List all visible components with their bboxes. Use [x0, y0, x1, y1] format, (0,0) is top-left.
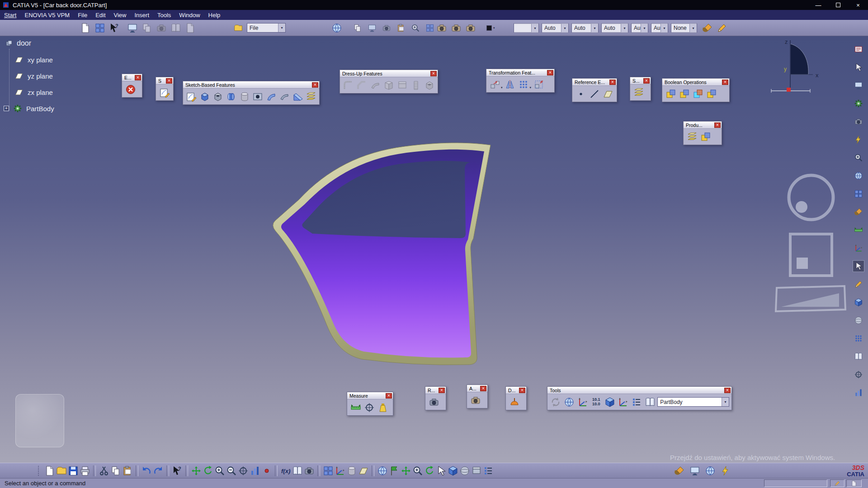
pointer-tool-icon[interactable] [853, 260, 864, 272]
pan-icon[interactable] [400, 465, 412, 477]
tree-root-door[interactable]: door [5, 39, 31, 47]
update-flag-icon[interactable] [261, 465, 273, 477]
power-input-field[interactable] [764, 479, 827, 487]
save-icon[interactable] [67, 465, 79, 477]
pattern-icon[interactable] [518, 78, 530, 90]
ruler-icon[interactable] [853, 224, 864, 236]
groove-icon[interactable] [239, 90, 250, 103]
assemble-icon[interactable] [665, 88, 677, 100]
zoom-in-icon[interactable] [214, 465, 226, 477]
grid-icon[interactable] [853, 188, 864, 200]
close-icon[interactable]: × [439, 388, 445, 393]
in-work-object-combo[interactable]: PartBody ▾ [657, 397, 729, 407]
send-to-icon[interactable] [80, 22, 91, 34]
close-button[interactable]: × [848, 0, 868, 10]
zoom-area-icon[interactable] [412, 465, 424, 477]
globe-icon[interactable] [853, 170, 864, 182]
point-type-combo[interactable]: Auto▾ [601, 23, 628, 33]
scaling-icon[interactable] [533, 78, 545, 90]
toolbar-render[interactable]: R...× [425, 386, 446, 410]
print-icon[interactable] [79, 465, 91, 477]
user-feature-icon[interactable] [699, 131, 712, 143]
render-style-combo[interactable]: Au▾ [631, 23, 648, 33]
specs-overview-icon[interactable] [482, 465, 494, 477]
formula-icon[interactable] [280, 465, 292, 477]
album-browser-icon[interactable] [170, 22, 182, 34]
close-icon[interactable]: × [312, 82, 318, 88]
toolbar-animation[interactable]: A...× [467, 385, 488, 408]
cylinder-icon[interactable] [346, 465, 358, 477]
whats-this-icon[interactable] [108, 22, 120, 34]
draft-analysis-icon[interactable] [508, 396, 520, 408]
positioned-sketch-icon[interactable] [185, 90, 197, 103]
chart-icon[interactable] [853, 387, 864, 399]
chevron-down-icon[interactable]: ▾ [660, 23, 668, 32]
paste-special-icon[interactable] [395, 22, 407, 34]
close-icon[interactable]: × [480, 386, 486, 391]
layer-combo[interactable]: Au▾ [651, 23, 668, 33]
close-icon[interactable]: × [722, 80, 728, 85]
grid-icon[interactable] [322, 465, 334, 477]
fit-all-in-icon[interactable] [190, 465, 202, 477]
photo-album-icon[interactable] [156, 22, 167, 34]
slot-icon[interactable] [278, 90, 290, 103]
chevron-down-icon[interactable]: ▾ [591, 23, 598, 32]
catalog-icon[interactable] [853, 351, 864, 362]
line-color-combo[interactable]: ▾ [514, 23, 539, 33]
menu-edit[interactable]: Edit [91, 12, 109, 19]
surfaces-icon[interactable] [632, 86, 645, 99]
translation-icon[interactable] [489, 78, 501, 90]
toolbar-boolean-operations[interactable]: Boolean Operations× [662, 78, 730, 102]
3d-viewport[interactable]: door xy plane yz plane zx plane + PartBo… [0, 36, 868, 463]
iso-view-icon[interactable] [447, 465, 459, 477]
tree-item-zx-plane[interactable]: zx plane [14, 88, 53, 97]
remove-face-icon[interactable] [423, 79, 435, 91]
sketcher-icon[interactable] [158, 86, 170, 99]
mean-dimensions-icon[interactable]: 10.110.0 [590, 396, 602, 408]
thickness-icon[interactable] [396, 79, 408, 91]
compass[interactable]: z y x [769, 38, 836, 110]
update-all-icon[interactable] [550, 396, 562, 408]
close-icon[interactable]: × [714, 122, 721, 128]
shell-icon[interactable] [383, 79, 395, 91]
translator-icon[interactable] [704, 465, 716, 477]
render-camera-icon[interactable] [428, 396, 440, 408]
view-mode-icon[interactable] [471, 465, 482, 477]
search-icon[interactable] [410, 22, 421, 34]
tree-root-label[interactable]: door [17, 39, 31, 47]
cube-icon[interactable] [853, 296, 864, 308]
target-icon[interactable] [853, 369, 864, 380]
draft-angle-icon[interactable] [369, 79, 382, 91]
close-icon[interactable]: × [547, 70, 553, 75]
measure-inertia-icon[interactable] [377, 401, 389, 413]
pocket-icon[interactable] [212, 90, 224, 103]
rib-icon[interactable] [265, 90, 277, 103]
ring-widget[interactable] [785, 172, 838, 224]
gear-icon[interactable] [853, 98, 864, 109]
plane-icon[interactable] [358, 465, 369, 477]
toolbar-measure[interactable]: Measure× [347, 392, 393, 416]
redo-icon[interactable] [152, 465, 164, 477]
catalog-icon[interactable] [644, 396, 656, 408]
file-combo[interactable]: File ▾ [247, 23, 286, 33]
open-folder-icon[interactable] [232, 22, 244, 34]
open-file-icon[interactable] [56, 465, 67, 477]
design-table-icon[interactable] [292, 465, 303, 477]
magnifier-icon[interactable] [853, 152, 864, 164]
menu-file[interactable]: File [74, 12, 91, 19]
pad-icon[interactable] [198, 90, 210, 103]
powercopy-icon[interactable] [686, 131, 698, 143]
line-type-combo[interactable]: Auto▾ [542, 23, 569, 33]
thread-icon[interactable] [410, 79, 422, 91]
toolbar-exit[interactable]: E...× [122, 74, 142, 98]
swap-visible-space-icon[interactable] [604, 396, 616, 408]
shaded-view-icon[interactable] [459, 465, 471, 477]
toolbar-transformation-features[interactable]: Transformation Feat...× ▾ ▾ [486, 69, 555, 93]
current-workbench-icon[interactable] [853, 43, 864, 55]
undo-icon[interactable] [141, 465, 152, 477]
manipulation-icon[interactable] [563, 396, 576, 408]
paste-icon[interactable] [122, 465, 133, 477]
pen-color-arrow-icon[interactable]: ▾ [493, 26, 495, 30]
close-icon[interactable]: × [519, 388, 525, 393]
new-window-icon[interactable] [127, 22, 138, 34]
